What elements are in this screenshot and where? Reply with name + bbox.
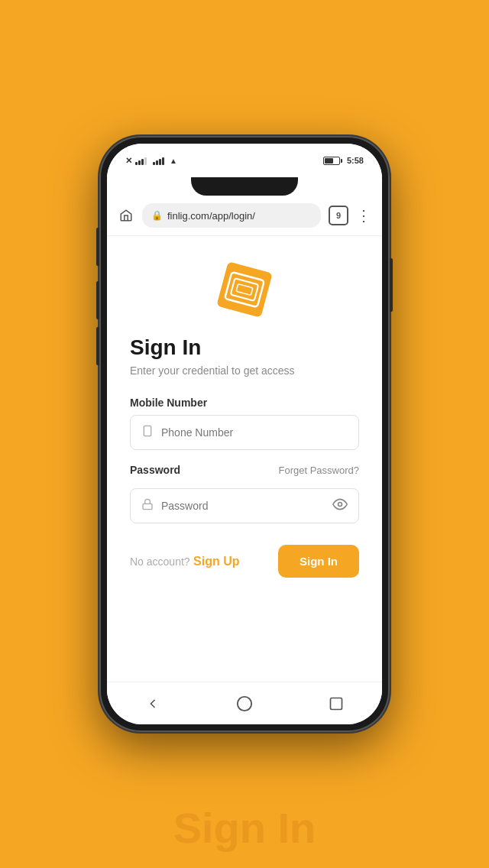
svg-rect-6 <box>143 504 152 509</box>
bar3b <box>159 159 161 165</box>
bar2b <box>156 160 158 165</box>
wifi-icon: ▲ <box>170 157 177 165</box>
bar4b <box>162 157 164 165</box>
status-bar: ✕ ▲ <box>107 144 382 177</box>
phone-frame: ✕ ▲ <box>99 136 390 732</box>
lock-field-icon <box>141 498 154 513</box>
no-account-section: No account? Sign Up <box>130 555 240 568</box>
signup-link[interactable]: Sign Up <box>193 555 239 568</box>
password-row: Password Forget Password? <box>130 464 359 476</box>
browser-menu-button[interactable]: ⋮ <box>356 208 371 223</box>
svg-point-7 <box>338 502 342 506</box>
status-left: ✕ ▲ <box>125 156 177 166</box>
lock-icon: 🔒 <box>151 210 163 221</box>
password-input-wrapper <box>130 488 359 523</box>
browser-home-button[interactable] <box>118 207 134 224</box>
nav-home-button[interactable] <box>231 690 258 717</box>
battery-indicator <box>323 157 342 165</box>
nav-recent-button[interactable] <box>322 690 350 717</box>
password-input[interactable] <box>161 500 325 512</box>
no-account-text: No account? <box>130 555 190 568</box>
toggle-password-icon[interactable] <box>332 497 348 516</box>
svg-point-8 <box>238 696 251 710</box>
notch <box>191 177 298 196</box>
nav-bar <box>107 682 382 724</box>
page-content: Sign In Enter your credential to get acc… <box>107 236 382 682</box>
page-subtitle: Enter your credential to get access <box>130 364 359 377</box>
signal-bars <box>135 156 147 165</box>
signin-button[interactable]: Sign In <box>278 545 359 578</box>
bar4 <box>144 157 147 165</box>
svg-rect-0 <box>216 261 272 317</box>
url-text: finlig.com/app/login/ <box>167 210 255 222</box>
phone-input-wrapper <box>130 415 359 450</box>
signal-bars-2 <box>153 156 164 165</box>
nav-back-button[interactable] <box>139 690 167 717</box>
page-title: Sign In <box>130 335 359 360</box>
forget-password-link[interactable]: Forget Password? <box>279 465 360 476</box>
browser-bar: 🔒 finlig.com/app/login/ 9 ⋮ <box>107 196 382 236</box>
bar1 <box>135 162 138 165</box>
logo-area <box>130 259 359 320</box>
url-bar[interactable]: 🔒 finlig.com/app/login/ <box>142 203 321 228</box>
phone-icon <box>141 425 154 440</box>
app-logo <box>214 259 275 320</box>
background-text: Sign In <box>173 803 316 853</box>
bar3 <box>141 159 144 165</box>
bar1b <box>153 162 155 165</box>
bar2 <box>138 160 141 165</box>
mobile-label: Mobile Number <box>130 397 359 409</box>
bottom-row: No account? Sign Up Sign In <box>130 545 359 578</box>
svg-rect-9 <box>331 698 342 709</box>
phone-screen: ✕ ▲ <box>107 144 382 724</box>
tabs-button[interactable]: 9 <box>329 206 348 225</box>
password-label: Password <box>130 464 180 476</box>
clock: 5:58 <box>347 156 364 165</box>
status-right: 5:58 <box>323 156 364 165</box>
signal-icon: ✕ <box>125 156 132 166</box>
phone-input[interactable] <box>161 426 348 439</box>
